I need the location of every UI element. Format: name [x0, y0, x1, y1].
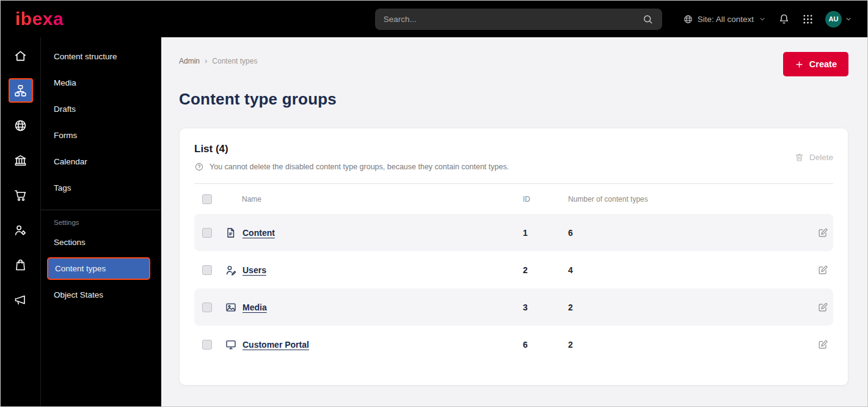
body: Content structure Media Drafts Forms Cal… [1, 37, 867, 406]
sidebar-item-tags[interactable]: Tags [41, 175, 161, 201]
edit-icon [817, 339, 828, 350]
breadcrumb-separator: › [205, 56, 207, 65]
card-header: List (4) You cannot delete the disabled … [194, 143, 833, 172]
search-input[interactable] [384, 15, 642, 24]
row-checkbox[interactable] [202, 340, 212, 350]
globe-icon [683, 14, 693, 24]
cell-id: 3 [523, 302, 568, 312]
portal-group-icon [225, 339, 237, 351]
ibexa-logo[interactable]: ibexa [15, 10, 64, 28]
sidebar-section-label: Settings [41, 210, 161, 229]
search-icon[interactable] [642, 13, 654, 25]
rail-item-content[interactable] [9, 78, 33, 103]
edit-icon [817, 302, 828, 313]
table-header-row: Name ID Number of content types [194, 183, 833, 214]
table-row: Media 3 2 [194, 288, 833, 326]
sidebar-item-label: Sections [54, 238, 86, 247]
user-menu[interactable]: AU [825, 11, 853, 28]
sidebar-item-label: Forms [54, 131, 77, 140]
site-globe-icon [13, 119, 27, 133]
main-content: Admin › Content types Create Content typ… [161, 37, 867, 406]
edit-button[interactable] [816, 226, 830, 240]
cell-id: 1 [523, 228, 568, 238]
breadcrumb: Admin › Content types [179, 56, 257, 65]
edit-icon [817, 227, 828, 238]
media-group-icon [225, 301, 237, 314]
cell-name: Users [224, 264, 523, 276]
cell-count: 6 [568, 228, 804, 238]
cell-id: 6 [523, 340, 568, 350]
edit-button[interactable] [816, 301, 830, 314]
row-checkbox[interactable] [202, 228, 212, 238]
app-window: ibexa Site: All context [0, 0, 868, 407]
rail-item-site[interactable] [9, 113, 33, 138]
edit-button[interactable] [816, 263, 830, 277]
sidebar-item-sections[interactable]: Sections [41, 229, 161, 255]
apps-grid-icon[interactable] [801, 13, 814, 26]
rail-item-company[interactable] [9, 148, 33, 172]
users-group-icon [225, 264, 237, 276]
global-search[interactable] [375, 9, 662, 30]
cell-count: 4 [568, 265, 804, 275]
content-header: Admin › Content types Create [179, 52, 848, 76]
create-button[interactable]: Create [783, 52, 848, 76]
rail-item-dashboard[interactable] [9, 43, 33, 68]
sidebar-item-label: Content types [55, 264, 106, 273]
sidebar-item-drafts[interactable]: Drafts [41, 96, 161, 122]
list-heading: List (4) [194, 143, 509, 155]
site-context-label: Site: All context [698, 15, 754, 24]
sidebar-item-media[interactable]: Media [41, 70, 161, 96]
rail-item-permissions[interactable] [9, 218, 33, 242]
info-row: You cannot delete the disabled content t… [194, 162, 509, 172]
sidebar-item-forms[interactable]: Forms [41, 122, 161, 148]
site-context-selector[interactable]: Site: All context [683, 14, 767, 24]
chevron-down-icon [844, 15, 853, 23]
products-bag-icon [13, 258, 27, 272]
sidebar-item-content-types[interactable]: Content types [47, 257, 150, 280]
topbar: ibexa Site: All context [1, 1, 867, 37]
sidebar-item-label: Content structure [54, 52, 117, 61]
group-link-media[interactable]: Media [243, 302, 267, 312]
chevron-down-icon [758, 15, 767, 23]
table-row: Users 2 4 [194, 251, 833, 288]
breadcrumb-admin[interactable]: Admin [179, 57, 200, 65]
rail-item-commerce[interactable] [9, 183, 33, 207]
delete-button-label: Delete [809, 153, 833, 162]
rail-item-products[interactable] [9, 252, 33, 277]
sidebar-item-label: Object States [54, 290, 103, 299]
edit-button[interactable] [816, 338, 830, 351]
edit-icon [817, 265, 828, 276]
cell-count: 2 [568, 302, 804, 312]
sidebar-item-label: Tags [54, 183, 71, 193]
sidebar-item-object-states[interactable]: Object States [41, 282, 161, 308]
cell-name: Content [224, 227, 523, 239]
cell-name: Customer Portal [224, 339, 523, 351]
column-header-count: Number of content types [568, 195, 804, 204]
sidebar-item-calendar[interactable]: Calendar [41, 148, 161, 175]
page-title: Content type groups [179, 90, 848, 109]
sidebar: Content structure Media Drafts Forms Cal… [40, 37, 161, 406]
cell-count: 2 [568, 340, 804, 350]
row-checkbox[interactable] [202, 302, 212, 312]
help-icon[interactable] [194, 162, 204, 172]
avatar[interactable]: AU [825, 11, 842, 28]
group-link-customer-portal[interactable]: Customer Portal [243, 340, 309, 350]
group-link-content[interactable]: Content [243, 228, 275, 238]
content-group-icon [225, 227, 237, 239]
sidebar-item-content-structure[interactable]: Content structure [41, 43, 161, 70]
group-link-users[interactable]: Users [243, 265, 266, 275]
table-row: Content 1 6 [194, 214, 833, 251]
rail-item-marketing[interactable] [9, 287, 33, 312]
column-header-name: Name [224, 195, 523, 204]
delete-button[interactable]: Delete [794, 152, 833, 163]
card-header-left: List (4) You cannot delete the disabled … [194, 143, 509, 172]
icon-rail [1, 37, 40, 406]
row-checkbox[interactable] [202, 265, 212, 275]
trash-icon [794, 152, 804, 163]
plus-icon [795, 60, 804, 69]
notifications-bell-icon[interactable] [778, 13, 790, 26]
cell-name: Media [224, 301, 523, 314]
content-tree-icon [13, 84, 27, 98]
permissions-user-gear-icon [13, 223, 27, 237]
select-all-checkbox[interactable] [202, 194, 212, 204]
